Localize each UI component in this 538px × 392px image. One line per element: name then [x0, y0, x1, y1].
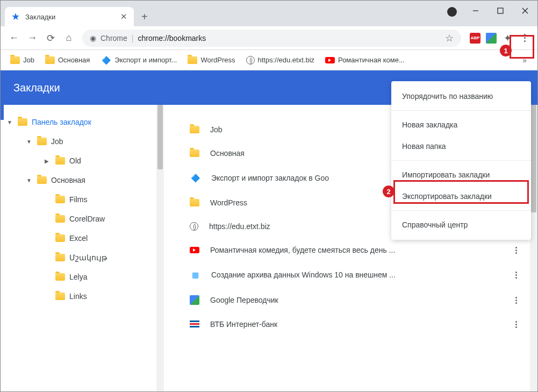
menu-new-folder[interactable]: Новая папка: [391, 136, 531, 157]
bookmark-bar-item[interactable]: WordPress: [183, 54, 239, 66]
omnibox-url: chrome://bookmarks: [138, 34, 206, 42]
tree-item[interactable]: CorelDraw: [1, 209, 156, 229]
folder-icon: [188, 56, 197, 64]
site-icon: 🔷: [101, 55, 111, 66]
chrome-menu-button[interactable]: [516, 30, 533, 47]
omnibox[interactable]: ◉ Chrome | chrome://bookmarks ☆: [82, 30, 461, 47]
folder-icon: [55, 254, 65, 261]
caret-down-icon: ▼: [7, 119, 13, 125]
page-title: Закладки: [13, 82, 60, 94]
globe-icon: [246, 56, 255, 65]
folder-icon: [55, 293, 65, 300]
maximize-button[interactable]: [488, 1, 513, 21]
bookmark-star-icon: ★: [11, 11, 20, 23]
selection-marker: [1, 105, 4, 120]
item-menu-button[interactable]: [515, 321, 521, 328]
extension-google-translate[interactable]: [484, 31, 499, 46]
bookmarks-bar: Job Основная 🔷Экспорт и импорт... WordPr…: [1, 50, 537, 70]
caret-down-icon: ▼: [26, 139, 33, 145]
omnibox-brand: Chrome: [101, 34, 127, 42]
folder-icon: [55, 215, 65, 223]
tree-item[interactable]: ▼Основная: [1, 170, 156, 190]
list-item[interactable]: ВТБ Интернет-банк: [181, 312, 530, 336]
annotation-step-2: 2: [383, 186, 394, 197]
bookmark-bar-item[interactable]: Основная: [41, 54, 94, 66]
browser-tab[interactable]: ★ Закладки ✕: [5, 7, 134, 26]
folder-icon: [37, 176, 47, 184]
profile-badge[interactable]: [447, 7, 457, 17]
scrollbar[interactable]: [156, 105, 164, 391]
list-item[interactable]: Google Переводчик: [181, 288, 530, 312]
annotation-step-1: 1: [500, 45, 512, 56]
site-identity-icon: ◉: [90, 34, 96, 42]
home-button[interactable]: ⌂: [60, 29, 78, 47]
folder-icon: [190, 126, 199, 133]
folder-icon: [10, 56, 20, 64]
bookmark-bar-overflow[interactable]: »: [517, 56, 532, 65]
folder-icon: [55, 273, 65, 281]
tab-close-button[interactable]: ✕: [110, 12, 127, 22]
tree-root[interactable]: ▼Панель закладок: [1, 112, 156, 132]
tree-item[interactable]: ▶Old: [1, 151, 156, 170]
menu-new-bookmark[interactable]: Новая закладка: [391, 114, 531, 136]
caret-down-icon: ▼: [26, 177, 33, 183]
folder-icon: [55, 157, 65, 165]
scrollbar[interactable]: [530, 105, 537, 391]
new-tab-button[interactable]: +: [134, 11, 155, 23]
sidebar-tree: ▼Панель закладок ▼Job ▶Old ▼Основная Fil…: [1, 105, 156, 391]
bookmark-bar-item[interactable]: Job: [6, 54, 39, 66]
bookmark-bar-item[interactable]: https://edu.etxt.biz: [242, 54, 319, 67]
extension-abp[interactable]: ABP: [468, 31, 483, 46]
folder-icon: [55, 196, 65, 203]
bookmarks-menu-popup: Упорядочить по названию Новая закладка Н…: [391, 81, 531, 240]
bookmark-bar-item[interactable]: 🔷Экспорт и импорт...: [96, 53, 181, 68]
tree-item[interactable]: ▼Job: [1, 132, 156, 151]
back-button[interactable]: ←: [5, 29, 23, 47]
list-item[interactable]: Романтичная комедия, будете смеяться вес…: [181, 238, 530, 262]
minimize-button[interactable]: [463, 1, 488, 21]
menu-help-center[interactable]: Справочный центр: [391, 214, 531, 236]
folder-icon: [190, 149, 199, 157]
tab-strip: ★ Закладки ✕ +: [1, 1, 537, 26]
site-icon: 🔷: [190, 173, 200, 183]
youtube-icon: [190, 247, 199, 253]
tree-item[interactable]: Excel: [1, 229, 156, 248]
folder-icon: [45, 56, 55, 64]
bookmark-page-button[interactable]: ☆: [445, 32, 454, 44]
tab-title: Закладки: [25, 13, 55, 21]
menu-export-bookmarks[interactable]: Экспортировать закладки: [391, 186, 531, 207]
folder-icon: [190, 199, 199, 206]
site-icon: ▦: [190, 269, 200, 280]
tree-item[interactable]: Lelya: [1, 267, 156, 287]
svg-rect-1: [498, 8, 503, 13]
item-menu-button[interactable]: [515, 272, 521, 279]
reload-button[interactable]: ⟳: [41, 29, 60, 47]
google-translate-icon: [190, 295, 199, 305]
caret-right-icon: ▶: [45, 158, 51, 164]
list-item[interactable]: ▦Создание архива данных Windows 10 на вн…: [181, 262, 530, 288]
youtube-icon: [325, 57, 335, 63]
extensions-button[interactable]: ✦: [500, 31, 515, 46]
menu-import-bookmarks[interactable]: Импортировать закладки: [391, 164, 531, 186]
folder-icon: [18, 118, 27, 126]
toolbar: ← → ⟳ ⌂ ◉ Chrome | chrome://bookmarks ☆ …: [1, 26, 537, 50]
bookmark-bar-item[interactable]: Романтичная коме...: [321, 54, 409, 66]
tree-item[interactable]: Մշակույթ: [1, 248, 156, 267]
forward-button[interactable]: →: [23, 29, 41, 47]
item-menu-button[interactable]: [515, 247, 521, 254]
globe-icon: [190, 222, 198, 231]
menu-sort-by-name[interactable]: Упорядочить по названию: [391, 85, 531, 107]
folder-icon: [55, 234, 65, 242]
close-window-button[interactable]: [513, 1, 537, 21]
tree-item[interactable]: Links: [1, 287, 156, 306]
vtb-icon: [190, 320, 199, 328]
item-menu-button[interactable]: [515, 297, 521, 304]
tree-item[interactable]: Films: [1, 190, 156, 209]
folder-icon: [37, 138, 47, 145]
